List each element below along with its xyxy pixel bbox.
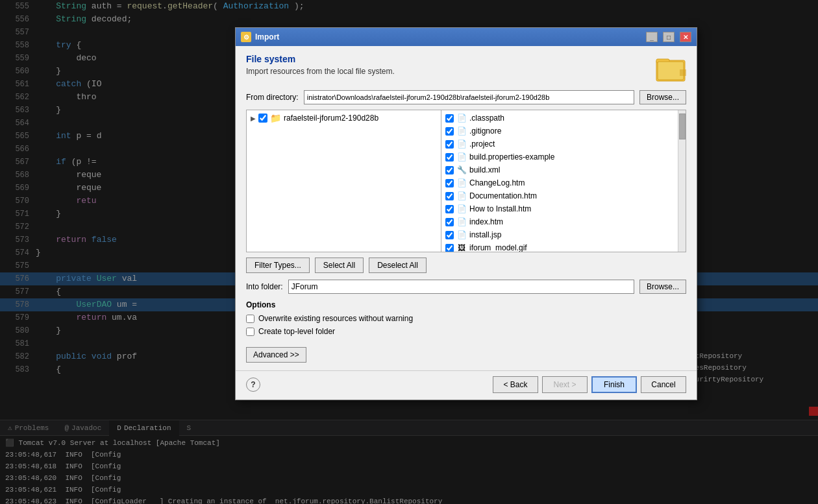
footer-nav-buttons: < Back Next > Finish Cancel	[493, 376, 686, 393]
file-item: 📄 How to Install.htm	[443, 202, 684, 215]
from-directory-input[interactable]	[304, 90, 634, 104]
close-button[interactable]: ✕	[680, 32, 691, 42]
file-label: ChangeLog.htm	[469, 178, 525, 187]
file-checkbox-classpath[interactable]	[445, 114, 454, 123]
dialog-section-title: File system	[246, 54, 645, 64]
into-folder-row: Into folder: Browse...	[246, 280, 686, 294]
select-all-button[interactable]: Select All	[315, 258, 364, 273]
import-dialog: ⚙ Import _ □ ✕ File system Import resour…	[235, 27, 697, 400]
overwrite-option-row: Overwrite existing resources without war…	[246, 312, 686, 325]
from-directory-row: From directory: Browse...	[246, 90, 686, 104]
file-icon: 🔧	[456, 165, 467, 174]
finish-button[interactable]: Finish	[591, 376, 637, 393]
file-icon: 📄	[456, 191, 467, 200]
file-checkbox-install[interactable]	[445, 231, 454, 239]
file-item: 📄 .project	[443, 138, 684, 150]
files-scrollbar-thumb	[679, 114, 686, 139]
file-item: 📄 index.htm	[443, 215, 684, 228]
file-label: How to Install.htm	[469, 204, 531, 213]
file-icon: 📄	[456, 152, 467, 162]
file-label: build.properties-example	[469, 152, 554, 162]
from-directory-label: From directory:	[246, 93, 299, 102]
create-folder-checkbox[interactable]	[246, 328, 254, 336]
dialog-section-subtitle: Import resources from the local file sys…	[246, 67, 645, 76]
advanced-button[interactable]: Advanced >>	[246, 347, 306, 363]
file-label: install.jsp	[469, 230, 501, 239]
file-icon: 🖼	[456, 243, 467, 252]
file-label: index.htm	[469, 217, 503, 226]
help-button[interactable]: ?	[246, 378, 260, 392]
help-icon: ?	[251, 380, 255, 389]
file-label: iforum_model.gif	[469, 243, 527, 252]
file-checkbox-documentation[interactable]	[445, 192, 454, 200]
file-checkbox-iforum[interactable]	[445, 244, 454, 252]
file-item: 📄 install.jsp	[443, 228, 684, 241]
file-checkbox-changelog[interactable]	[445, 179, 454, 187]
into-folder-label: Into folder:	[246, 282, 283, 291]
options-section: Options Overwrite existing resources wit…	[246, 300, 686, 338]
tree-folder-label: rafaelsteil-jforum2-190d28b	[284, 114, 378, 123]
file-checkbox-project[interactable]	[445, 140, 454, 149]
files-panel[interactable]: 📄 .classpath 📄 .gitignore 📄 .project 📄	[441, 110, 686, 252]
file-item: 📄 build.properties-example	[443, 150, 684, 163]
tree-item-root[interactable]: ▶ 📁 rafaelsteil-jforum2-190d28b	[248, 112, 440, 125]
tree-folder-icon: 📁	[270, 113, 281, 123]
file-label: Documentation.htm	[469, 191, 537, 200]
files-area: ▶ 📁 rafaelsteil-jforum2-190d28b 📄 .class…	[246, 110, 686, 252]
file-checkbox-buildxml[interactable]	[445, 166, 454, 174]
into-folder-input[interactable]	[288, 280, 634, 294]
file-checkbox-buildprop[interactable]	[445, 153, 454, 162]
file-item: 🖼 iforum_model.gif	[443, 241, 684, 252]
back-button[interactable]: < Back	[493, 376, 538, 393]
minimize-button[interactable]: _	[646, 32, 658, 42]
file-label: .project	[469, 139, 495, 149]
dialog-footer: ? < Back Next > Finish Cancel	[236, 370, 697, 400]
dialog-title: Import	[255, 32, 641, 42]
svg-rect-3	[680, 69, 686, 76]
folder-icon-large	[655, 54, 686, 82]
file-icon: 📄	[456, 114, 467, 123]
file-icon: 📄	[456, 230, 467, 239]
maximize-button[interactable]: □	[663, 32, 675, 42]
file-icon: 📄	[456, 178, 467, 187]
dialog-header: File system Import resources from the lo…	[246, 54, 686, 82]
dialog-titlebar: ⚙ Import _ □ ✕	[236, 28, 697, 46]
file-icon: 📄	[456, 204, 467, 213]
overwrite-checkbox[interactable]	[246, 315, 254, 323]
browse-folder-button[interactable]: Browse...	[639, 280, 686, 294]
file-item: 🔧 build.xml	[443, 163, 684, 176]
file-item: 📄 ChangeLog.htm	[443, 176, 684, 189]
file-checkbox-gitignore[interactable]	[445, 127, 454, 136]
tree-panel[interactable]: ▶ 📁 rafaelsteil-jforum2-190d28b	[247, 110, 441, 252]
deselect-all-button[interactable]: Deselect All	[369, 258, 427, 273]
file-item: 📄 Documentation.htm	[443, 189, 684, 202]
file-item: 📄 .classpath	[443, 112, 684, 125]
tree-arrow-icon: ▶	[251, 115, 257, 122]
file-icon: 📄	[456, 139, 467, 149]
file-item: 📄 .gitignore	[443, 125, 684, 138]
browse-directory-button[interactable]: Browse...	[639, 90, 686, 104]
filter-types-button[interactable]: Filter Types...	[246, 258, 310, 273]
dialog-header-text: File system Import resources from the lo…	[246, 54, 645, 76]
create-folder-label: Create top-level folder	[258, 327, 335, 336]
cancel-button[interactable]: Cancel	[641, 376, 686, 393]
action-buttons: Filter Types... Select All Deselect All	[246, 258, 686, 273]
file-icon: 📄	[456, 217, 467, 226]
overwrite-label: Overwrite existing resources without war…	[258, 314, 413, 323]
files-scrollbar[interactable]	[678, 110, 686, 252]
file-checkbox-howto[interactable]	[445, 205, 454, 213]
file-label: .classpath	[469, 114, 504, 123]
dialog-icon: ⚙	[241, 32, 251, 42]
file-label: .gitignore	[469, 126, 501, 136]
next-button[interactable]: Next >	[542, 376, 588, 393]
file-label: build.xml	[469, 165, 500, 174]
options-title: Options	[246, 300, 686, 309]
tree-checkbox[interactable]	[258, 114, 267, 123]
dialog-body: File system Import resources from the lo…	[236, 46, 697, 370]
create-folder-option-row: Create top-level folder	[246, 325, 686, 338]
file-checkbox-index[interactable]	[445, 218, 454, 226]
file-icon: 📄	[456, 126, 467, 136]
